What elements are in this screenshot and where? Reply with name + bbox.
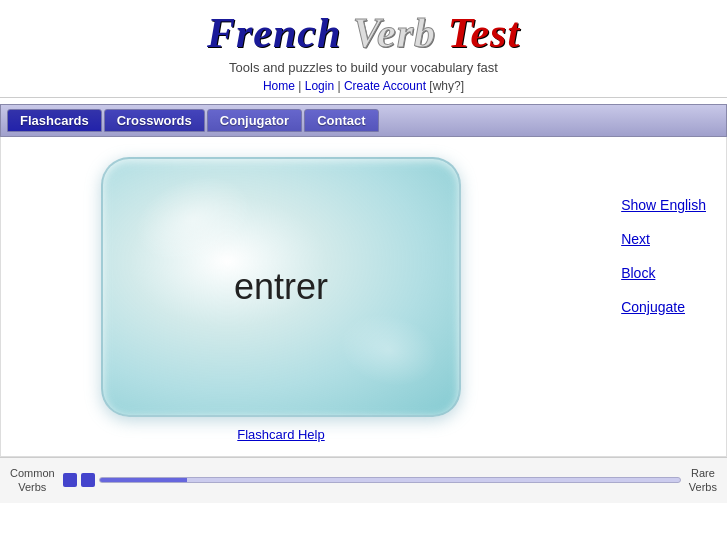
conjugate-link[interactable]: Conjugate [621, 299, 706, 315]
block-link[interactable]: Block [621, 265, 706, 281]
flashcard-help-container: Flashcard Help [101, 427, 461, 442]
flashcard[interactable]: entrer [101, 157, 461, 417]
site-title: French Verb Test [0, 10, 727, 56]
slider-container [63, 473, 681, 487]
title-test: Test [448, 10, 520, 56]
tab-conjugator[interactable]: Conjugator [207, 109, 302, 132]
rare-verbs-line1: Rare [691, 467, 715, 479]
flashcard-help-link[interactable]: Flashcard Help [237, 427, 324, 442]
slider-back-button[interactable] [63, 473, 77, 487]
footer-label-left: Common Verbs [10, 466, 55, 495]
tab-contact[interactable]: Contact [304, 109, 378, 132]
title-french: French [207, 10, 341, 56]
tab-crosswords[interactable]: Crosswords [104, 109, 205, 132]
nav-home-link[interactable]: Home [263, 79, 295, 93]
footer: Common Verbs Rare Verbs [0, 457, 727, 503]
flashcard-container: entrer Flashcard Help [101, 157, 461, 442]
common-verbs-line2: Verbs [18, 481, 46, 493]
tab-bar: Flashcards Crosswords Conjugator Contact [0, 104, 727, 137]
side-actions: Show English Next Block Conjugate [621, 197, 706, 315]
nav-links: Home | Login | Create Account [why?] [0, 79, 727, 93]
rare-verbs-line2: Verbs [689, 481, 717, 493]
footer-label-right: Rare Verbs [689, 466, 717, 495]
nav-why: [why?] [429, 79, 464, 93]
tab-flashcards[interactable]: Flashcards [7, 109, 102, 132]
main-content: entrer Flashcard Help Show English Next … [0, 137, 727, 457]
tagline: Tools and puzzles to build your vocabula… [0, 60, 727, 75]
show-english-link[interactable]: Show English [621, 197, 706, 213]
nav-create-account-link[interactable]: Create Account [344, 79, 426, 93]
title-verb: Verb [353, 10, 436, 56]
page-header: French Verb Test Tools and puzzles to bu… [0, 0, 727, 98]
nav-login-link[interactable]: Login [305, 79, 334, 93]
card-word: entrer [234, 266, 328, 308]
slider-track[interactable] [99, 477, 681, 483]
slider-forward-button[interactable] [81, 473, 95, 487]
next-link[interactable]: Next [621, 231, 706, 247]
common-verbs-line1: Common [10, 467, 55, 479]
